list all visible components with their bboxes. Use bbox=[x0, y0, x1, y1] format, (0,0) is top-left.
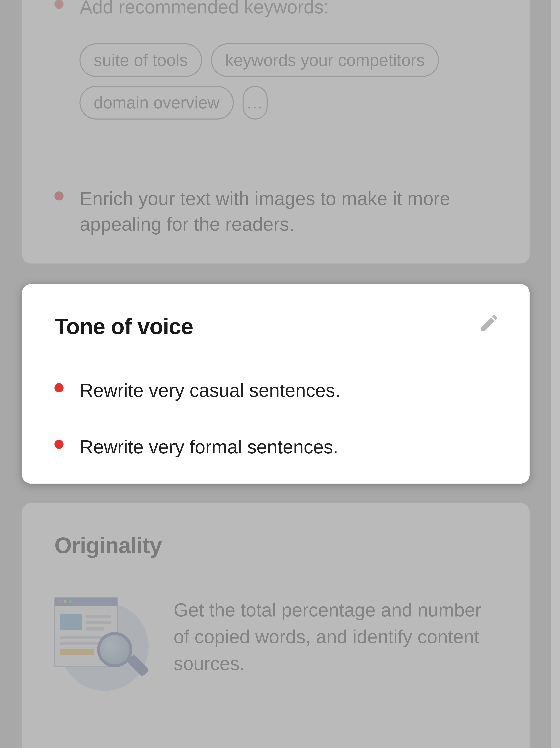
originality-card: Originality Get the total percentage and… bbox=[22, 503, 530, 748]
status-dot-icon bbox=[54, 383, 64, 392]
tone-item[interactable]: Rewrite very formal sentences. bbox=[54, 434, 497, 460]
tone-item[interactable]: Rewrite very casual sentences. bbox=[54, 378, 497, 403]
tone-of-voice-card: Tone of voice Rewrite very casual senten… bbox=[22, 284, 530, 484]
originality-title: Originality bbox=[54, 533, 497, 558]
keyword-chip[interactable]: domain overview bbox=[79, 86, 234, 119]
status-dot-icon bbox=[54, 0, 64, 9]
keyword-chip[interactable]: keywords your competitors bbox=[211, 43, 439, 77]
recommendation-text: Enrich your text with images to make it … bbox=[80, 186, 497, 237]
edit-icon[interactable] bbox=[478, 312, 500, 334]
keyword-chip-group: suite of tools keywords your competitors… bbox=[79, 43, 497, 119]
status-dot-icon bbox=[54, 440, 64, 449]
recommendation-item: Enrich your text with images to make it … bbox=[54, 186, 497, 237]
recommendation-text: Add recommended keywords: bbox=[80, 0, 329, 20]
originality-illustration-icon bbox=[54, 597, 146, 679]
originality-description: Get the total percentage and number of c… bbox=[174, 597, 497, 677]
keyword-chip[interactable]: suite of tools bbox=[79, 43, 202, 77]
recommendation-item: Add recommended keywords: bbox=[54, 0, 497, 20]
tone-item-text: Rewrite very formal sentences. bbox=[80, 434, 338, 460]
recommendations-card: Add recommended keywords: suite of tools… bbox=[22, 0, 530, 263]
status-dot-icon bbox=[54, 191, 64, 201]
tone-title: Tone of voice bbox=[54, 313, 497, 339]
tone-item-text: Rewrite very casual sentences. bbox=[80, 378, 340, 403]
keyword-chip-more[interactable]: ... bbox=[243, 86, 268, 119]
